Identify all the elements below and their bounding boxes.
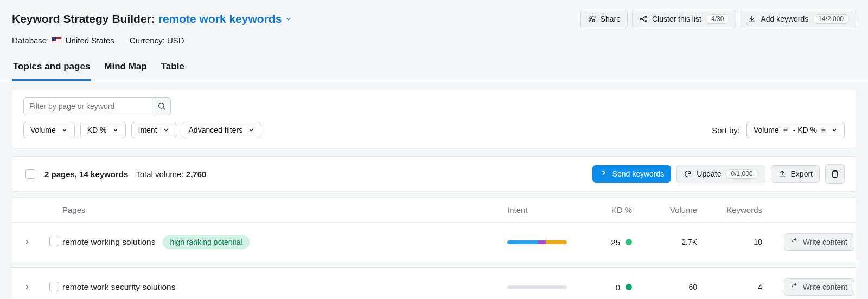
database-label: Database: — [12, 36, 49, 45]
sort-selector[interactable]: Volume - KD % — [746, 122, 845, 138]
arrow-redo-icon — [791, 283, 799, 291]
sort-value-1: Volume — [754, 126, 779, 134]
row-volume: 60 — [632, 283, 697, 291]
add-keywords-count-pill: 14/2,000 — [813, 14, 849, 24]
filter-input[interactable] — [23, 97, 152, 115]
chevron-right-icon[interactable] — [23, 238, 31, 246]
filter-advanced[interactable]: Advanced filters — [182, 122, 262, 138]
svg-point-2 — [640, 18, 642, 20]
cluster-button[interactable]: Cluster this list 4/30 — [632, 10, 736, 28]
project-name: remote work keywords — [158, 12, 282, 25]
write-content-button[interactable]: Write content — [784, 278, 854, 296]
arrow-redo-icon — [791, 238, 799, 246]
kd-difficulty-dot — [626, 239, 632, 245]
update-count-pill: 0/1,000 — [725, 169, 758, 179]
write-content-label: Write content — [803, 283, 847, 291]
tab-topics-and-pages[interactable]: Topics and pages — [12, 57, 91, 81]
row-keywords-count: 4 — [697, 283, 762, 291]
export-label: Export — [791, 170, 813, 178]
write-content-label: Write content — [803, 238, 847, 246]
write-content-button[interactable]: Write content — [784, 233, 854, 251]
chevron-down-icon — [61, 127, 68, 133]
sort-desc-icon — [782, 126, 790, 134]
update-button[interactable]: Update 0/1,000 — [676, 165, 765, 183]
row-volume: 2.7K — [632, 238, 697, 246]
refresh-icon — [684, 170, 692, 178]
filter-volume-label: Volume — [30, 126, 56, 134]
chevron-down-icon — [285, 15, 292, 23]
filter-intent[interactable]: Intent — [131, 122, 176, 138]
send-keywords-label: Send keywords — [612, 170, 665, 178]
cluster-label: Cluster this list — [652, 15, 701, 23]
us-flag-icon — [52, 37, 61, 44]
svg-line-6 — [163, 108, 165, 109]
export-button[interactable]: Export — [771, 165, 820, 183]
row-kd-value: 0 — [616, 283, 620, 292]
send-keywords-button[interactable]: Send keywords — [592, 165, 672, 183]
chevron-right-icon[interactable] — [23, 283, 31, 291]
project-selector[interactable]: remote work keywords — [158, 12, 293, 25]
chevron-down-icon — [831, 127, 838, 133]
row-checkbox[interactable] — [49, 237, 59, 246]
chevron-down-icon — [112, 127, 119, 133]
col-kd: KD % — [572, 205, 632, 214]
row-kd-value: 25 — [611, 238, 620, 247]
col-pages: Pages — [62, 205, 507, 214]
trash-icon — [831, 170, 839, 178]
sort-value-2: - KD % — [793, 126, 817, 134]
svg-point-5 — [158, 103, 163, 108]
currency-value: USD — [167, 36, 184, 45]
filter-intent-label: Intent — [138, 126, 157, 134]
page-title: Keyword Strategy Builder: — [12, 12, 155, 25]
select-all-checkbox[interactable] — [25, 169, 35, 179]
arrow-right-icon — [599, 170, 608, 178]
sort-asc-icon — [820, 126, 828, 134]
row-checkbox[interactable] — [49, 282, 59, 291]
sort-by-label: Sort by: — [712, 126, 740, 135]
add-keywords-label: Add keywords — [761, 15, 808, 23]
col-keywords: Keywords — [697, 205, 762, 214]
download-icon — [748, 15, 756, 23]
svg-point-0 — [590, 17, 592, 19]
summary-total-volume: Total volume: 2,760 — [136, 170, 206, 179]
row-keywords-count: 10 — [697, 238, 762, 246]
summary-pages-keywords: 2 pages, 14 keywords — [44, 170, 128, 179]
delete-button[interactable] — [825, 164, 845, 184]
intent-bar — [507, 240, 567, 244]
table-row: remote work security solutions0604Write … — [11, 267, 857, 299]
database-meta: Database: United States — [12, 36, 114, 45]
tab-table[interactable]: Table — [160, 57, 186, 81]
cluster-count-pill: 4/30 — [706, 14, 729, 24]
table-row: remote working solutionshigh ranking pot… — [11, 223, 857, 262]
filter-volume[interactable]: Volume — [23, 122, 75, 138]
row-page-name: remote working solutions — [62, 237, 155, 247]
svg-point-4 — [645, 21, 647, 22]
add-keywords-button[interactable]: Add keywords 14/2,000 — [741, 10, 856, 28]
col-intent: Intent — [507, 205, 572, 214]
search-button[interactable] — [152, 97, 171, 115]
intent-bar-empty — [507, 285, 567, 289]
svg-point-1 — [592, 20, 595, 22]
share-label: Share — [601, 15, 621, 23]
ranking-potential-badge: high ranking potential — [163, 235, 249, 249]
chevron-down-icon — [163, 127, 169, 133]
currency-meta: Currency: USD — [130, 36, 184, 45]
total-volume-value: 2,760 — [186, 170, 207, 179]
total-volume-label: Total volume: — [136, 170, 183, 179]
share-button[interactable]: Share — [580, 10, 628, 28]
tab-mind-map[interactable]: Mind Map — [103, 57, 148, 81]
filter-kd-label: KD % — [87, 126, 107, 134]
svg-point-3 — [645, 16, 647, 18]
kd-difficulty-dot — [626, 284, 632, 290]
export-icon — [778, 170, 787, 178]
filter-kd[interactable]: KD % — [80, 122, 126, 138]
chevron-down-icon — [248, 127, 254, 133]
row-page-name: remote work security solutions — [62, 282, 175, 292]
share-icon — [588, 15, 596, 23]
update-label: Update — [697, 170, 721, 178]
col-volume: Volume — [632, 205, 697, 214]
database-value: United States — [66, 36, 114, 45]
currency-label: Currency: — [130, 36, 165, 45]
search-icon — [157, 102, 166, 110]
cluster-icon — [639, 15, 648, 23]
